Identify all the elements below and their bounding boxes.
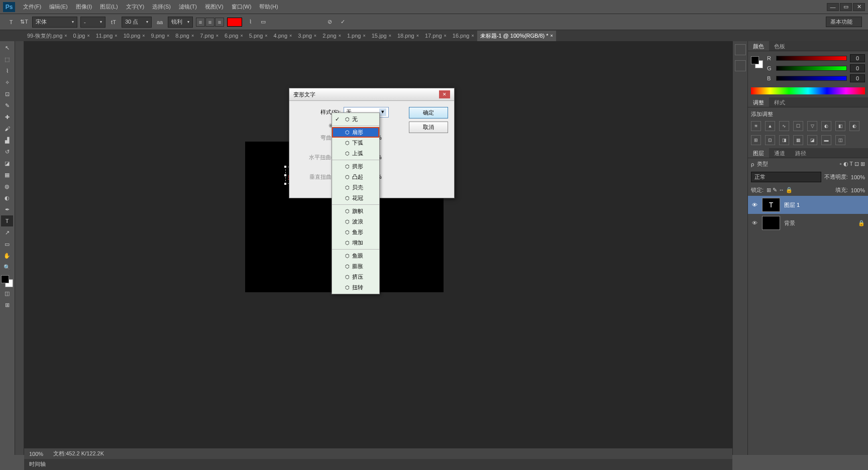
vibrance-icon[interactable]: ▽ (807, 121, 817, 131)
document-tab[interactable]: 3.png× (295, 31, 319, 40)
posterize-icon[interactable]: ▦ (793, 135, 803, 145)
marquee-tool[interactable]: ⬚ (1, 54, 13, 65)
document-tab[interactable]: 5.png× (246, 31, 271, 40)
tab-close-icon[interactable]: × (314, 33, 316, 38)
tab-close-icon[interactable]: × (87, 33, 89, 38)
brightness-icon[interactable]: ☀ (751, 121, 761, 131)
fg-bg-colors[interactable] (1, 275, 13, 287)
color-spectrum[interactable] (751, 87, 865, 94)
dropdown-item[interactable]: ⬡鱼形 (332, 227, 379, 238)
lasso-tool[interactable]: ⌇ (1, 65, 13, 76)
tab-close-icon[interactable]: × (471, 33, 474, 38)
invert-icon[interactable]: ◨ (779, 135, 789, 145)
r-value[interactable]: 0 (850, 54, 865, 62)
layer-item[interactable]: 👁背景🔒 (748, 214, 868, 232)
document-tab[interactable]: 16.png× (450, 31, 477, 40)
document-tab[interactable]: 6.png× (222, 31, 246, 40)
text-handle[interactable] (284, 174, 287, 177)
pen-tool[interactable]: ✒ (1, 204, 13, 215)
menu-item[interactable]: 帮助(H) (255, 1, 282, 13)
text-orientation-icon[interactable]: ⇅T (19, 17, 29, 27)
levels-icon[interactable]: ▲ (765, 121, 775, 131)
dropdown-item[interactable]: ✓⬡无 (332, 114, 379, 125)
dropdown-item[interactable]: ⬡贝壳 (332, 182, 379, 193)
text-handle[interactable] (284, 182, 287, 185)
b-slider[interactable] (776, 76, 847, 81)
layer-thumbnail[interactable] (762, 216, 780, 230)
antialias-dropdown[interactable]: 锐利▾ (168, 17, 193, 28)
history-icon[interactable] (735, 44, 746, 55)
font-size-dropdown[interactable]: 30 点▾ (122, 17, 152, 28)
tab-close-icon[interactable]: × (216, 33, 219, 38)
r-slider[interactable] (776, 56, 847, 61)
visibility-icon[interactable]: 👁 (751, 220, 758, 226)
text-handle[interactable] (284, 165, 287, 168)
tab-close-icon[interactable]: × (265, 33, 267, 38)
document-tab[interactable]: 0.jpg× (70, 31, 93, 40)
blur-tool[interactable]: ◍ (1, 181, 13, 192)
quick-mask-icon[interactable]: ◫ (1, 288, 13, 299)
dropdown-item[interactable]: ⬡膨胀 (332, 261, 379, 272)
menu-item[interactable]: 文件(F) (19, 1, 45, 13)
document-tab[interactable]: 15.jpg× (369, 31, 394, 40)
eyedropper-tool[interactable]: ✎ (1, 100, 13, 111)
commit-icon[interactable]: ✓ (338, 17, 348, 27)
adjustments-tab[interactable]: 调整 (748, 97, 769, 107)
layer-thumbnail[interactable]: T (762, 198, 780, 212)
eraser-tool[interactable]: ◪ (1, 158, 13, 169)
dropdown-item[interactable]: ⬡鱼眼 (332, 251, 379, 261)
gradient-map-icon[interactable]: ▬ (821, 135, 831, 145)
document-tab[interactable]: 2.png× (319, 31, 344, 40)
dropdown-item[interactable]: ⬡旗帜 (332, 206, 379, 216)
menu-item[interactable]: 选择(S) (148, 1, 175, 13)
zoom-tool[interactable]: 🔍 (1, 262, 13, 273)
tab-close-icon[interactable]: × (167, 33, 169, 38)
document-tab[interactable]: 4.png× (271, 31, 295, 40)
opacity-value[interactable]: 100% (851, 174, 865, 180)
shape-tool[interactable]: ▭ (1, 239, 13, 250)
document-tab[interactable]: 未标题-1 @ 100%(RGB/8) *× (477, 31, 556, 41)
minimize-button[interactable]: — (827, 3, 839, 11)
gradient-tool[interactable]: ▦ (1, 169, 13, 180)
dropdown-item[interactable]: ⬡扇形 (332, 127, 379, 138)
maximize-button[interactable]: ▭ (840, 3, 852, 11)
channels-tab[interactable]: 通道 (769, 148, 790, 158)
cancel-button[interactable]: 取消 (409, 122, 448, 133)
align-left-button[interactable]: ≡ (196, 18, 205, 27)
cancel-icon[interactable]: ⊘ (324, 17, 335, 27)
dialog-titlebar[interactable]: 变形文字 ✕ (289, 88, 454, 101)
g-slider[interactable] (776, 66, 847, 71)
timeline-panel[interactable]: 时间轴 (24, 459, 732, 470)
tab-close-icon[interactable]: × (339, 33, 341, 38)
color-panel-fgbg[interactable] (751, 56, 763, 68)
document-tab[interactable]: 9.png× (148, 31, 173, 40)
b-value[interactable]: 0 (850, 74, 865, 82)
tab-close-icon[interactable]: × (142, 33, 145, 38)
tab-close-icon[interactable]: × (240, 33, 243, 38)
hue-icon[interactable]: ◐ (821, 121, 831, 131)
heal-tool[interactable]: ✚ (1, 111, 13, 123)
tab-close-icon[interactable]: × (64, 33, 67, 38)
move-tool[interactable]: ↖ (1, 42, 13, 53)
document-tab[interactable]: 99-恢复的.png× (24, 31, 70, 41)
path-select-tool[interactable]: ↗ (1, 227, 13, 238)
zoom-level[interactable]: 100% (29, 451, 43, 457)
align-center-button[interactable]: ≡ (205, 18, 214, 27)
document-tab[interactable]: 17.png× (422, 31, 450, 40)
history-brush-tool[interactable]: ↺ (1, 146, 13, 157)
dropdown-item[interactable]: ⬡花冠 (332, 193, 379, 203)
dropdown-item[interactable]: ⬡增加 (332, 238, 379, 248)
g-value[interactable]: 0 (850, 64, 865, 72)
document-tab[interactable]: 1.png× (344, 31, 369, 40)
styles-tab[interactable]: 样式 (769, 97, 790, 107)
menu-item[interactable]: 图层(L) (96, 1, 122, 13)
tab-close-icon[interactable]: × (416, 33, 419, 38)
layer-item[interactable]: 👁T图层 1 (748, 196, 868, 214)
tab-close-icon[interactable]: × (389, 33, 391, 38)
menu-item[interactable]: 视图(V) (201, 1, 228, 13)
document-tab[interactable]: 18.png× (394, 31, 422, 40)
blend-mode-dropdown[interactable]: 正常 (751, 172, 821, 182)
document-tab[interactable]: 10.png× (121, 31, 148, 40)
screen-mode-icon[interactable]: ⊞ (1, 299, 13, 310)
menu-item[interactable]: 编辑(E) (45, 1, 72, 13)
